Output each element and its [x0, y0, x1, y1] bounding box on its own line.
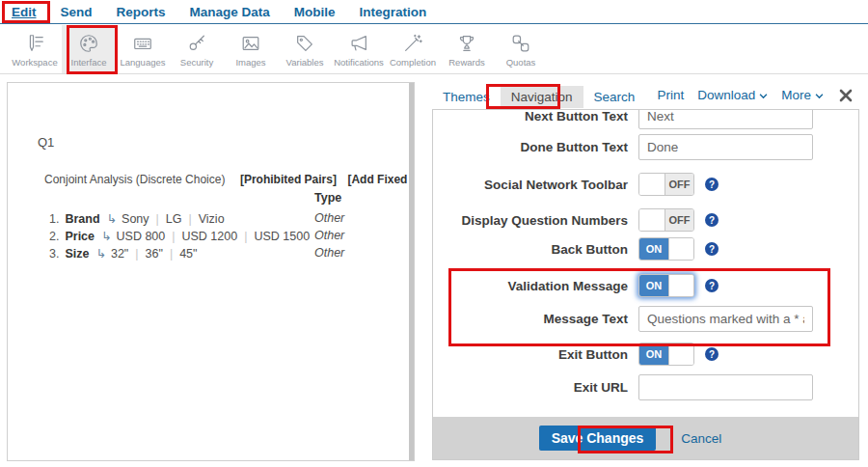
languages-keyboard-icon	[132, 32, 153, 55]
back-button-toggle[interactable]: ON	[638, 237, 694, 261]
setting-row-social-network-toolbar: Social Network Toolbar OFF ?	[433, 173, 858, 196]
question-type-label: Conjoint Analysis (Discrete Choice)	[44, 173, 225, 186]
panel-actions: Print Download More	[657, 88, 853, 102]
setting-row-exit-url: Exit URL	[433, 374, 858, 400]
setting-row-message-text: Message Text	[433, 306, 858, 332]
add-fixed-tasks-link[interactable]: [Add Fixed Tasks	[347, 173, 415, 186]
images-picture-icon	[240, 32, 261, 55]
done-button-text-input[interactable]	[638, 134, 813, 160]
setting-row-exit-button: Exit Button ON ?	[433, 343, 858, 366]
nav-item-edit[interactable]: Edit	[12, 5, 37, 19]
close-icon[interactable]	[839, 89, 853, 102]
toolbar-item-workspace[interactable]: Workspace	[8, 25, 62, 73]
toolbar-item-quotas[interactable]: Quotas	[494, 25, 548, 73]
toolbar-item-interface[interactable]: Interface	[62, 25, 116, 73]
interface-palette-icon	[78, 32, 99, 55]
security-key-icon	[186, 32, 207, 55]
edit-toolbar: Workspace Interface Languages Security I…	[0, 25, 868, 74]
toolbar-item-rewards[interactable]: Rewards	[440, 25, 494, 73]
message-text-input[interactable]	[638, 306, 813, 332]
tab-navigation[interactable]: Navigation	[501, 86, 583, 108]
attribute-type: Other	[314, 211, 344, 225]
quotas-chain-icon	[510, 32, 531, 55]
toolbar-item-images[interactable]: Images	[224, 25, 278, 73]
completion-wand-icon	[402, 32, 423, 55]
toolbar-item-security[interactable]: Security	[170, 25, 224, 73]
help-icon[interactable]: ?	[705, 178, 719, 191]
exit-button-toggle[interactable]: ON	[638, 343, 694, 366]
setting-row-done-button-text: Done Button Text	[433, 134, 858, 160]
setting-row-back-button: Back Button ON ?	[433, 237, 858, 261]
tab-search[interactable]: Search	[583, 86, 646, 108]
social-network-toolbar-toggle[interactable]: OFF	[638, 173, 694, 196]
exit-url-input[interactable]	[638, 374, 813, 400]
setting-row-next-button-text: Next Button Text	[433, 109, 858, 129]
validation-message-toggle[interactable]: ON	[638, 274, 694, 297]
display-question-numbers-toggle[interactable]: OFF	[638, 208, 694, 232]
toolbar-item-completion[interactable]: Completion	[386, 25, 440, 73]
panel-tab-bar: Themes Navigation Search Print Download …	[432, 84, 859, 109]
attribute-type: Other	[314, 246, 344, 260]
survey-editor-screen: Edit Send Reports Manage Data Mobile Int…	[0, 0, 868, 467]
setting-row-display-question-numbers: Display Question Numbers OFF ?	[433, 208, 858, 232]
nav-item-integration[interactable]: Integration	[360, 5, 427, 19]
cancel-link[interactable]: Cancel	[681, 431, 721, 446]
help-icon[interactable]: ?	[705, 279, 719, 292]
save-changes-button[interactable]: Save Changes	[539, 426, 657, 451]
attribute-type: Other	[314, 229, 344, 242]
attribute-row-brand: 1.Brand↳Sony|LG|Vizio Other	[8, 211, 414, 226]
download-link[interactable]: Download	[697, 88, 768, 102]
chevron-down-icon	[759, 88, 768, 102]
attribute-row-price: 2.Price↳USD 800|USD 1200|USD 1500 Other	[8, 229, 414, 243]
nav-item-reports[interactable]: Reports	[117, 5, 166, 19]
more-link[interactable]: More	[781, 88, 824, 102]
nav-item-send[interactable]: Send	[61, 5, 93, 19]
type-column-header: Type	[314, 191, 341, 205]
toolbar-item-languages[interactable]: Languages	[116, 25, 170, 73]
next-button-text-input[interactable]	[638, 109, 813, 129]
nav-item-mobile[interactable]: Mobile	[294, 5, 336, 19]
setting-row-validation-message: Validation Message ON ?	[433, 274, 858, 297]
attribute-row-size: 3.Size↳32"|36"|45" Other	[8, 246, 414, 261]
tab-themes[interactable]: Themes	[432, 86, 501, 108]
branch-arrow-icon: ↳	[95, 247, 105, 261]
variables-tag-icon	[294, 32, 315, 55]
top-nav: Edit Send Reports Manage Data Mobile Int…	[0, 0, 868, 24]
survey-preview-panel: Q1 Conjoint Analysis (Discrete Choice) […	[7, 82, 415, 461]
print-link[interactable]: Print	[657, 88, 684, 102]
navigation-settings-panel: Next Button Text Done Button Text Social…	[432, 109, 859, 460]
help-icon[interactable]: ?	[705, 347, 719, 361]
help-icon[interactable]: ?	[705, 242, 719, 256]
branch-arrow-icon: ↳	[107, 212, 117, 226]
prohibited-pairs-link[interactable]: [Prohibited Pairs]	[240, 173, 337, 186]
preview-scrollbar[interactable]	[409, 83, 414, 460]
workspace-icon	[24, 32, 45, 55]
question-code: Q1	[38, 135, 54, 150]
toolbar-item-variables[interactable]: Variables	[278, 25, 332, 73]
question-header: Conjoint Analysis (Discrete Choice) [Pro…	[44, 173, 415, 186]
panel-footer: Save Changes Cancel	[433, 417, 858, 459]
branch-arrow-icon: ↳	[101, 230, 111, 243]
notifications-megaphone-icon	[348, 32, 369, 55]
nav-item-manage-data[interactable]: Manage Data	[190, 5, 270, 19]
rewards-trophy-icon	[456, 32, 477, 55]
toolbar-item-notifications[interactable]: Notifications	[332, 25, 386, 73]
chevron-down-icon	[815, 88, 824, 102]
help-icon[interactable]: ?	[705, 213, 719, 227]
